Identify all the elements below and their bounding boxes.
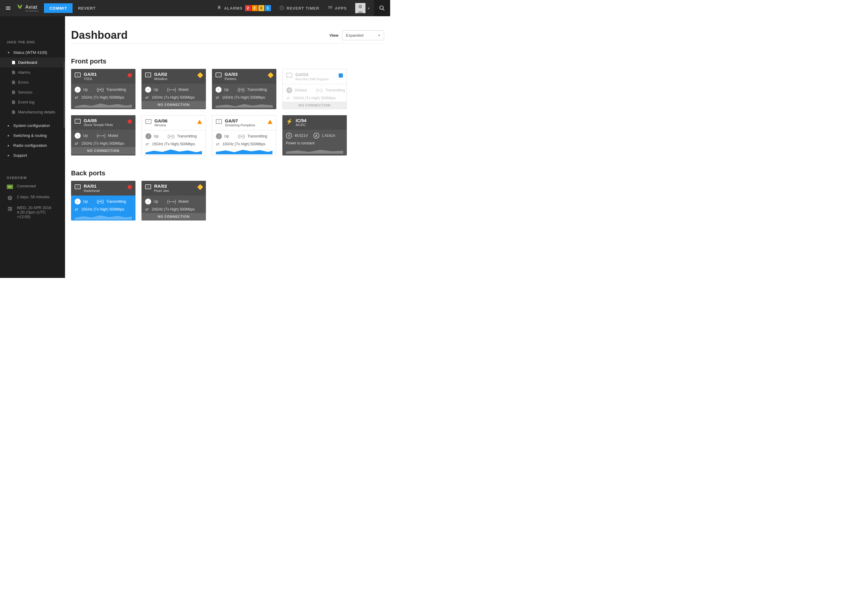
page-title: Dashboard (71, 29, 128, 41)
commit-revert-group: COMMIT REVERT (44, 3, 101, 13)
alarm-badge-minor: 3 (258, 5, 264, 11)
port-card-ga02[interactable]: ⎘ GA/02Metallica ↑Up (⟷)Muted ⇄15GHz (Tx… (142, 69, 206, 109)
sidebar-status-group[interactable]: ▾ Status (WTM 4100) (0, 47, 65, 57)
port-card-ga05[interactable]: ◦◦ GA/05Stone Temple Pilots ↑Up (⟷)Muted… (71, 115, 136, 156)
port-card-ga01[interactable]: ⎘ GA/01TOOL ↑Up ((•))Transmitting ⇄15GHz… (71, 69, 136, 109)
card-name: Stone Temple Pilots (84, 123, 113, 127)
card-name: AC/DC (296, 123, 306, 127)
view-select-value: Expanded (346, 33, 364, 38)
card-id: GA/05 (84, 118, 113, 123)
card-id: GA/02 (154, 72, 167, 77)
port-card-ra01[interactable]: ◎ RA/01Radiohead ↑Up ((•))Transmitting ⇄… (71, 181, 136, 220)
sidebar-item-label: Alarms (18, 70, 30, 75)
signal-icon: ((•)) (97, 199, 104, 204)
card-id: RA/02 (154, 184, 169, 189)
sidebar-item-alarms[interactable]: Alarms (0, 68, 65, 77)
status-indicator-warning (268, 72, 274, 78)
card-id: GA/01 (84, 72, 97, 77)
sidebar-group-system[interactable]: ▸System configuration (0, 121, 65, 130)
document-icon (12, 81, 15, 84)
sparkline (216, 101, 273, 108)
overview-uptime: 2 days, 58 minutes (6, 195, 58, 201)
up-arrow-icon: ↑ (145, 198, 151, 204)
swap-icon: ⇄ (145, 141, 149, 146)
signal-icon: ((•)) (167, 134, 175, 139)
port-card-ic54[interactable]: ⚡ IC/54AC/DC V49.521V A1.4141A Power is … (282, 115, 347, 156)
hamburger-icon[interactable] (0, 5, 16, 11)
commit-button[interactable]: COMMIT (44, 3, 73, 13)
card-name: Nirvana (154, 123, 167, 127)
no-connection-bar: NO CONNECTION (142, 213, 206, 220)
port-card-ga07[interactable]: ⎘ GA/07Smashing Pumpkins ↑Up ((•))Transm… (212, 115, 276, 156)
up-label: Up (153, 88, 158, 92)
card-name: Radiohead (84, 189, 100, 193)
card-id: IC/54 (296, 118, 306, 123)
search-button[interactable] (374, 0, 390, 16)
overview-connected: Connected (6, 184, 58, 190)
scrollbar[interactable] (63, 61, 65, 127)
apps-nav[interactable]: APPS (324, 0, 351, 16)
port-icon: ⎘ (216, 119, 222, 124)
status-indicator-warning (197, 72, 203, 78)
sidebar-group-label: Switching & routing (13, 133, 47, 138)
sidebar-item-manufacturing[interactable]: Manufacturing details (0, 107, 65, 117)
sidebar-item-errors[interactable]: Errors (0, 77, 65, 87)
port-icon: ⎘ (145, 119, 151, 124)
port-card-ra02[interactable]: ◎ RA/02Pearl Jam ↑Up (⟷)Muted ⇄20GHz (Tx… (142, 181, 206, 220)
sidebar-group-switching[interactable]: ▸Switching & routing (0, 130, 65, 140)
sidebar-group-label: System configuration (13, 123, 50, 128)
timer-icon (279, 5, 284, 11)
svg-rect-15 (9, 208, 10, 209)
signal-muted-icon: (⟷) (97, 133, 106, 138)
sidebar-group-radio[interactable]: ▸Radio configuration (0, 140, 65, 150)
sidebar-item-label: Event log (18, 100, 34, 104)
svg-rect-11 (8, 185, 12, 188)
freq-label: 10GHz (Tx High) 500Mbps (222, 142, 265, 146)
sidebar-group-support[interactable]: ▸Support (0, 150, 65, 160)
svg-rect-3 (331, 6, 332, 7)
port-icon: ⎘ (75, 72, 81, 77)
port-card-ga06[interactable]: ⎘ GA/06Nirvana ↑Up ((•))Transmitting ⇄15… (142, 115, 206, 156)
overview-title: OVERVIEW (6, 176, 58, 179)
status-indicator-critical (128, 73, 132, 77)
document-icon (12, 91, 15, 94)
sidebar-item-dashboard[interactable]: Dashboard (0, 57, 65, 68)
svg-rect-5 (329, 7, 331, 8)
chevron-right-icon: ▸ (6, 134, 10, 137)
card-name: Smashing Pumpkins (225, 123, 255, 127)
card-name: TOOL (84, 77, 97, 81)
no-connection-bar: NO CONNECTION (71, 147, 136, 154)
revert-button[interactable]: REVERT (73, 3, 101, 13)
signal-icon: ((•)) (316, 88, 323, 93)
avatar (355, 3, 366, 13)
revert-timer-nav[interactable]: REVERT TIMER (275, 0, 324, 16)
sidebar-item-sensors[interactable]: Sensors (0, 87, 65, 97)
sidebar-item-eventlog[interactable]: Event log (0, 97, 65, 107)
port-icon: ◦◦ (75, 119, 81, 124)
port-card-ga03[interactable]: ◦◦ GA/03Pantera ↑Up ((•))Transmitting ⇄1… (212, 69, 276, 109)
chevron-down-icon: ▾ (368, 6, 370, 10)
status-indicator-info (339, 73, 343, 78)
svg-rect-13 (8, 207, 12, 211)
card-id: GA/06 (154, 118, 167, 124)
antenna-icon: ◎ (145, 184, 151, 189)
view-select[interactable]: Expanded (342, 30, 384, 40)
logo-mark-icon (16, 4, 24, 12)
chevron-right-icon: ▸ (6, 124, 10, 127)
swap-icon: ⇄ (145, 207, 149, 212)
front-ports-title: Front ports (71, 57, 384, 65)
up-label: Up (83, 200, 88, 204)
no-connection-bar: NO CONNECTION (142, 101, 206, 108)
monitor-icon (6, 184, 13, 190)
back-ports-title: Back ports (71, 169, 384, 177)
brand-logo[interactable]: Aviat NETWORKS (16, 4, 39, 12)
user-menu[interactable]: ▾ (351, 0, 374, 16)
freq-label: 20GHz (Tx High) 500Mbps (152, 207, 195, 211)
alarms-nav[interactable]: ALARMS 2 2 3 1 (213, 0, 275, 16)
port-card-ga04[interactable]: ◦◦ GA/04Red Hot Chilli Peppers ⊘Disbled … (282, 69, 347, 109)
alarm-badges: 2 2 3 1 (245, 5, 271, 11)
sparkline (75, 101, 132, 108)
sidebar-item-label: Errors (18, 80, 28, 85)
freq-label: 15GHz (Tx High) 500Mbps (81, 207, 125, 211)
freq-label: 10GHz (Tx High) 500Mbps (222, 95, 265, 99)
